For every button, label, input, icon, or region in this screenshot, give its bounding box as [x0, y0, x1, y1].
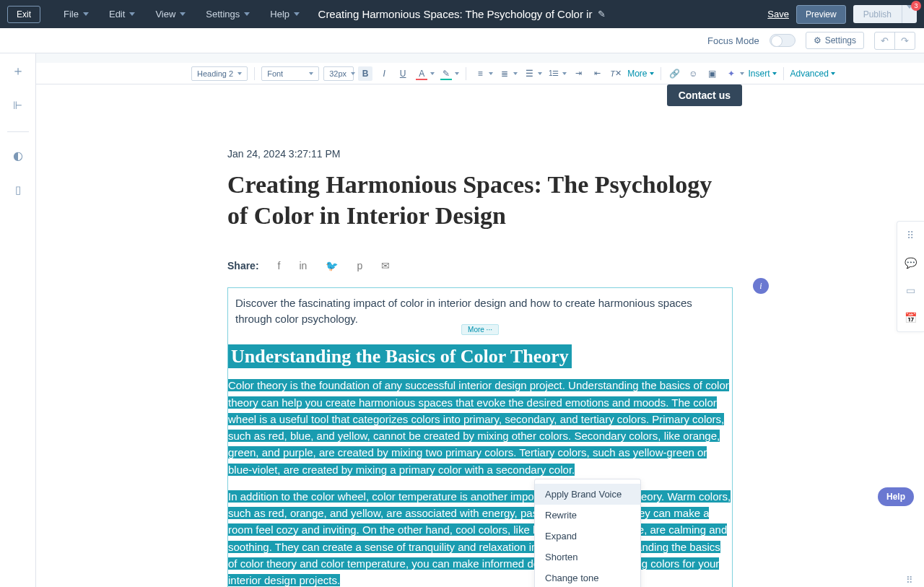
- help-button[interactable]: Help: [878, 487, 914, 506]
- card-icon[interactable]: ▭: [897, 277, 924, 304]
- insert-label: Insert: [749, 69, 770, 79]
- menu-settings-label: Settings: [206, 9, 240, 19]
- menu-view-label: View: [155, 9, 175, 19]
- exit-button[interactable]: Exit: [7, 6, 40, 23]
- edit-title-icon[interactable]: ✎: [598, 9, 606, 19]
- left-sidebar: ＋ ⊩ ◐ ▯: [0, 53, 36, 587]
- chevron-down-icon: [562, 72, 567, 75]
- outdent-button[interactable]: ⇤: [590, 66, 604, 81]
- indent-button[interactable]: ⇥: [571, 66, 585, 81]
- menu-help[interactable]: Help: [260, 0, 310, 28]
- editor-canvas[interactable]: Contact us Jan 24, 2024 3:27:11 PM Creat…: [36, 84, 924, 587]
- menu-edit[interactable]: Edit: [99, 0, 145, 28]
- menu-settings[interactable]: Settings: [196, 0, 260, 28]
- menu-view[interactable]: View: [145, 0, 196, 28]
- chevron-down-icon: [237, 72, 242, 75]
- paragraph-style-dropdown[interactable]: Heading 2: [191, 66, 248, 81]
- linkedin-icon[interactable]: in: [299, 260, 307, 271]
- more-format-button[interactable]: More: [627, 69, 653, 79]
- secondary-toolbar: Focus Mode ⚙ Settings ↶ ↷: [0, 28, 924, 53]
- redo-button[interactable]: ↷: [895, 32, 915, 49]
- chevron-down-icon: [740, 72, 744, 75]
- highlight-color-button[interactable]: ✎: [439, 66, 459, 81]
- chevron-down-icon: [772, 72, 777, 75]
- menu-edit-label: Edit: [109, 9, 125, 19]
- underline-button[interactable]: U: [396, 66, 410, 81]
- undo-redo-group: ↶ ↷: [874, 32, 915, 50]
- ai-change-tone[interactable]: Change tone: [535, 568, 640, 587]
- insert-button[interactable]: Insert: [749, 69, 777, 79]
- calendar-icon[interactable]: 📅: [897, 304, 924, 331]
- selected-paragraph-1[interactable]: Color theory is the foundation of any su…: [228, 377, 732, 478]
- focus-mode-toggle[interactable]: [770, 34, 796, 47]
- ai-rewrite[interactable]: Rewrite: [535, 505, 640, 526]
- emoji-button[interactable]: ☺: [687, 66, 701, 81]
- italic-button[interactable]: I: [377, 66, 391, 81]
- optimize-icon[interactable]: ◐: [6, 144, 30, 167]
- rail-divider: [7, 131, 29, 132]
- clear-format-button[interactable]: T✕: [609, 66, 623, 81]
- paragraph-style-value: Heading 2: [197, 69, 233, 78]
- resize-handle-icon[interactable]: ⠿: [906, 575, 914, 586]
- ai-shorten[interactable]: Shorten: [535, 547, 640, 568]
- font-family-dropdown[interactable]: Font: [261, 66, 319, 81]
- publish-button-group: Publish 3: [853, 5, 917, 23]
- editor-toolbar: Heading 2 Font 32px B I U A ✎ ≡ ≣ ☰ 1☰ ⇥…: [36, 63, 924, 84]
- drag-handle-icon[interactable]: ⠿: [897, 222, 924, 249]
- body-content-module[interactable]: Discover the fascinating impact of color…: [227, 287, 733, 587]
- undo-button[interactable]: ↶: [875, 32, 895, 49]
- chevron-down-icon: [430, 72, 435, 75]
- chevron-down-icon: [244, 12, 250, 16]
- facebook-icon[interactable]: f: [278, 260, 281, 271]
- gear-icon: ⚙: [814, 35, 821, 45]
- numbered-list-button[interactable]: 1☰: [546, 66, 567, 81]
- align-button[interactable]: ≡: [473, 66, 493, 81]
- comments-icon[interactable]: 💬: [897, 249, 924, 277]
- menu-help-label: Help: [270, 9, 289, 19]
- add-icon[interactable]: ＋: [6, 59, 30, 82]
- post-title[interactable]: Creating Harmonious Spaces: The Psycholo…: [227, 170, 733, 231]
- publish-button[interactable]: Publish: [853, 5, 902, 23]
- text-color-button[interactable]: A: [414, 66, 435, 81]
- save-link[interactable]: Save: [767, 9, 789, 19]
- chevron-down-icon: [831, 72, 835, 75]
- menu-file[interactable]: File: [53, 0, 99, 28]
- sections-icon[interactable]: ⊩: [6, 94, 30, 117]
- more-options-pill[interactable]: More ···: [461, 324, 499, 335]
- settings-button[interactable]: ⚙ Settings: [806, 32, 864, 49]
- line-height-button[interactable]: ≣: [497, 66, 518, 81]
- pinterest-icon[interactable]: p: [357, 260, 362, 271]
- contact-us-button[interactable]: Contact us: [667, 84, 742, 106]
- notification-badge: 3: [911, 1, 921, 11]
- chevron-down-icon: [180, 12, 186, 16]
- font-size-value: 32px: [329, 69, 346, 78]
- ai-apply-brand-voice[interactable]: Apply Brand Voice: [535, 484, 640, 505]
- separator: [254, 67, 255, 80]
- ai-expand[interactable]: Expand: [535, 526, 640, 547]
- font-size-dropdown[interactable]: 32px: [323, 66, 354, 81]
- document-title[interactable]: Creating Harmonious Spaces: The Psycholo…: [318, 8, 606, 20]
- separator: [466, 67, 466, 80]
- pages-icon[interactable]: ▯: [6, 178, 30, 201]
- top-right-actions: Save Preview Publish 3: [767, 5, 917, 24]
- advanced-button[interactable]: Advanced: [790, 69, 835, 79]
- email-icon[interactable]: ✉: [381, 260, 390, 271]
- share-label: Share:: [227, 260, 259, 271]
- list-button[interactable]: ☰: [522, 66, 542, 81]
- link-button[interactable]: 🔗: [668, 66, 682, 81]
- menu-file-label: File: [64, 9, 79, 19]
- selected-heading-1[interactable]: Understanding the Basics of Color Theory: [228, 344, 572, 368]
- selected-paragraph-2[interactable]: In addition to the color wheel, color te…: [228, 488, 732, 587]
- ai-button[interactable]: ✦: [724, 66, 744, 81]
- ai-context-menu: Apply Brand Voice Rewrite Expand Shorten…: [534, 479, 641, 587]
- image-button[interactable]: ▣: [705, 66, 720, 81]
- chevron-down-icon: [489, 72, 493, 75]
- bold-button[interactable]: B: [358, 66, 372, 81]
- chevron-down-icon: [351, 72, 355, 75]
- more-label: More: [627, 69, 647, 79]
- twitter-icon[interactable]: 🐦: [326, 260, 338, 271]
- chevron-down-icon: [538, 72, 542, 75]
- preview-button[interactable]: Preview: [796, 5, 846, 24]
- info-tooltip-icon[interactable]: i: [753, 278, 769, 294]
- chevron-down-icon: [455, 72, 459, 75]
